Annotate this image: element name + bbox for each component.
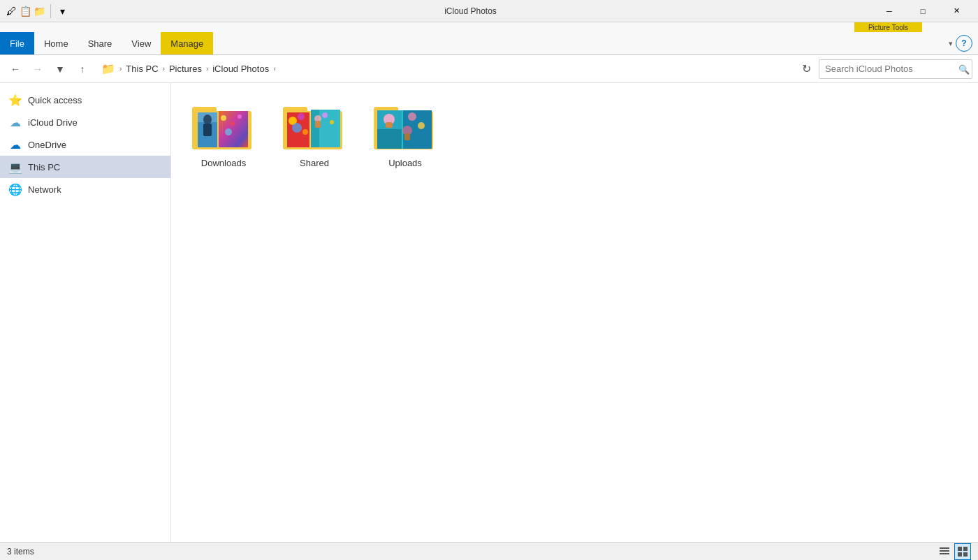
close-button[interactable]: ✕ (940, 0, 972, 22)
maximize-button[interactable]: □ (907, 0, 939, 22)
tab-view[interactable]: View (122, 32, 161, 54)
forward-button[interactable]: → (28, 59, 48, 79)
svg-point-34 (408, 112, 416, 121)
svg-point-4 (203, 115, 212, 124)
quick-access-icon: ⭐ (8, 94, 22, 107)
up-button[interactable]: ↑ (73, 59, 92, 79)
svg-point-11 (238, 115, 242, 119)
svg-point-35 (418, 122, 425, 129)
svg-rect-44 (963, 552, 968, 557)
folder-uploads-label: Uploads (388, 158, 422, 168)
ribbon-tabs-row: File Home Share View Manage ▾ ? (0, 32, 978, 54)
search-wrapper: 🔍 (819, 59, 972, 79)
svg-rect-40 (940, 553, 949, 554)
folder-downloads-icon (192, 101, 255, 154)
folder-downloads-svg (192, 101, 255, 154)
path-pictures[interactable]: Pictures (169, 64, 202, 74)
back-button[interactable]: ← (6, 59, 25, 79)
svg-rect-33 (386, 122, 393, 128)
onedrive-icon: ☁ (8, 138, 22, 152)
qat-folder-icon[interactable]: 📁 (34, 6, 45, 17)
svg-point-16 (298, 113, 305, 120)
svg-rect-42 (963, 547, 968, 551)
folder-downloads-label: Downloads (201, 158, 246, 168)
svg-rect-41 (958, 547, 962, 551)
ribbon-right-controls: ▾ ? (943, 32, 978, 54)
svg-point-9 (231, 121, 235, 126)
path-folder-icon: 📁 (101, 62, 115, 75)
search-input[interactable] (819, 59, 972, 79)
folder-grid: Downloads (185, 97, 964, 172)
svg-point-10 (225, 128, 232, 135)
svg-rect-23 (315, 121, 321, 128)
svg-point-8 (221, 115, 226, 121)
help-button[interactable]: ? (956, 35, 972, 52)
qat-undo-icon[interactable]: 📋 (20, 6, 31, 17)
sidebar-item-icloud-drive[interactable]: ☁ iCloud Drive (0, 111, 170, 133)
window-controls: ─ □ ✕ (873, 0, 972, 22)
view-toggle (936, 543, 971, 560)
folder-uploads-icon (374, 101, 437, 154)
address-path[interactable]: 📁 › This PC › Pictures › iCloud Photos › (95, 59, 794, 79)
refresh-button[interactable]: ↻ (796, 59, 816, 79)
svg-rect-5 (203, 124, 212, 136)
window-title: iCloud Photos (68, 6, 873, 16)
large-icons-view-button[interactable] (954, 543, 971, 560)
tab-home[interactable]: Home (34, 32, 78, 54)
sidebar-item-label-quick-access: Quick access (28, 95, 82, 105)
search-icon[interactable]: 🔍 (958, 64, 970, 74)
svg-rect-39 (940, 550, 949, 552)
svg-point-25 (330, 120, 334, 124)
ribbon: Picture Tools File Home Share View Manag… (0, 22, 978, 55)
content-area: Downloads (171, 83, 978, 542)
ribbon-collapse-btn[interactable]: ▾ (949, 39, 953, 48)
sidebar-item-label-icloud-drive: iCloud Drive (28, 117, 78, 128)
path-this-pc[interactable]: This PC (126, 64, 158, 74)
folder-downloads[interactable]: Downloads (185, 97, 262, 172)
status-item-count: 3 items (7, 547, 34, 557)
icloud-drive-icon: ☁ (8, 116, 22, 129)
svg-point-24 (322, 112, 328, 118)
this-pc-icon: 💻 (8, 161, 22, 174)
picture-tools-context-label: Picture Tools (854, 22, 922, 32)
sidebar-item-quick-access[interactable]: ⭐ Quick access (0, 89, 170, 111)
svg-rect-30 (377, 129, 402, 149)
svg-point-17 (292, 123, 302, 133)
tab-manage[interactable]: Manage (161, 32, 213, 54)
title-bar: 🖊 📋 📁 ▾ iCloud Photos ─ □ ✕ (0, 0, 978, 22)
network-icon: 🌐 (8, 183, 22, 196)
folder-shared[interactable]: Shared (276, 97, 353, 172)
svg-rect-43 (958, 552, 962, 557)
ribbon-tabs: File Home Share View Manage (0, 32, 943, 54)
ribbon-spacer (213, 32, 943, 54)
qat-separator (50, 4, 51, 18)
folder-shared-icon (283, 101, 346, 154)
sidebar-item-label-this-pc: This PC (28, 162, 60, 172)
sidebar-item-label-network: Network (28, 184, 61, 195)
sidebar: ⭐ Quick access ☁ iCloud Drive ☁ OneDrive… (0, 83, 171, 542)
details-view-button[interactable] (936, 543, 953, 560)
folder-shared-svg (283, 101, 346, 154)
large-icons-view-icon (958, 547, 968, 557)
svg-rect-38 (940, 547, 949, 549)
details-view-icon (940, 547, 949, 557)
qat-save-icon[interactable]: 🖊 (6, 6, 17, 17)
svg-rect-37 (404, 133, 410, 140)
minimize-button[interactable]: ─ (873, 0, 905, 22)
path-icloud-photos[interactable]: iCloud Photos (212, 64, 269, 74)
sidebar-item-this-pc[interactable]: 💻 This PC (0, 156, 170, 178)
folder-uploads[interactable]: Uploads (367, 97, 444, 172)
address-bar: ← → ▼ ↑ 📁 › This PC › Pictures › iCloud … (0, 55, 978, 83)
tab-share[interactable]: Share (78, 32, 122, 54)
folder-shared-label: Shared (300, 158, 329, 168)
sidebar-item-network[interactable]: 🌐 Network (0, 178, 170, 200)
title-bar-left: 🖊 📋 📁 ▾ (6, 4, 68, 18)
main-layout: ⭐ Quick access ☁ iCloud Drive ☁ OneDrive… (0, 83, 978, 542)
tab-file[interactable]: File (0, 32, 34, 54)
svg-point-18 (302, 129, 308, 135)
status-bar: 3 items (0, 542, 978, 560)
folder-uploads-svg (374, 101, 437, 154)
recent-locations-button[interactable]: ▼ (50, 59, 70, 79)
sidebar-item-onedrive[interactable]: ☁ OneDrive (0, 133, 170, 156)
qat-chevron-icon[interactable]: ▾ (57, 6, 68, 17)
